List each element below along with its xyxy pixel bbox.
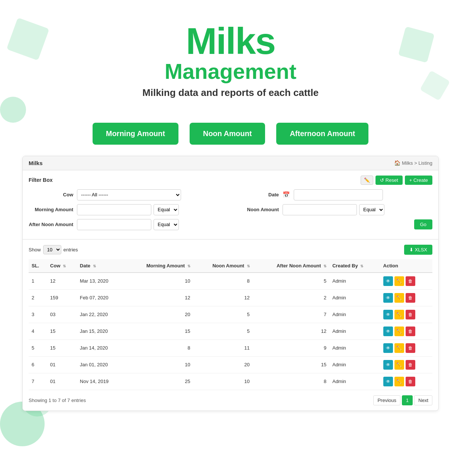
noon-sort-icon[interactable]: ⇅ bbox=[247, 264, 250, 268]
morning-equal-select[interactable]: Equal bbox=[154, 204, 179, 215]
col-noon: Noon Amount ⇅ bbox=[193, 259, 253, 273]
cell-noon: 8 bbox=[193, 273, 253, 290]
cell-morning: 20 bbox=[125, 306, 193, 323]
entries-select[interactable]: 10 bbox=[43, 245, 61, 254]
delete-button[interactable]: 🗑 bbox=[406, 360, 415, 370]
cell-created-by: Admin bbox=[329, 340, 380, 356]
table-row: 5 15 Jan 14, 2020 8 11 9 Admin 👁 ✏️ 🗑 bbox=[29, 340, 432, 356]
table-header-row: SL. Cow ⇅ Date ⇅ Morning Amount ⇅ Noon A… bbox=[29, 259, 432, 273]
edit-button[interactable]: ✏️ bbox=[394, 276, 404, 286]
table-row: 1 12 Mar 13, 2020 10 8 5 Admin 👁 ✏️ 🗑 bbox=[29, 273, 432, 290]
page-1-button[interactable]: 1 bbox=[402, 395, 413, 405]
morning-sort-icon[interactable]: ⇅ bbox=[187, 264, 190, 268]
cell-sl: 7 bbox=[29, 373, 47, 390]
action-buttons: 👁 ✏️ 🗑 bbox=[383, 343, 429, 353]
afternoon-amount-input[interactable] bbox=[77, 219, 151, 230]
cell-date: Mar 13, 2020 bbox=[77, 273, 125, 290]
date-input[interactable] bbox=[294, 189, 383, 200]
show-label: Show bbox=[29, 247, 41, 253]
view-button[interactable]: 👁 bbox=[383, 276, 393, 286]
edit-button[interactable]: ✏️ bbox=[394, 343, 404, 353]
cell-morning: 8 bbox=[125, 340, 193, 356]
noon-amount-button[interactable]: Noon Amount bbox=[190, 123, 265, 145]
action-buttons: 👁 ✏️ 🗑 bbox=[383, 327, 429, 336]
cell-action: 👁 ✏️ 🗑 bbox=[380, 273, 432, 290]
table-row: 6 01 Jan 01, 2020 10 20 15 Admin 👁 ✏️ 🗑 bbox=[29, 356, 432, 373]
cell-date: Jan 14, 2020 bbox=[77, 340, 125, 356]
table-row: 7 01 Nov 14, 2019 25 10 8 Admin 👁 ✏️ 🗑 bbox=[29, 373, 432, 390]
cell-cow: 12 bbox=[47, 273, 77, 290]
calendar-icon: 📅 bbox=[283, 191, 290, 198]
view-button[interactable]: 👁 bbox=[383, 377, 393, 386]
cell-afternoon: 15 bbox=[253, 356, 329, 373]
delete-button[interactable]: 🗑 bbox=[406, 293, 415, 303]
cell-cow: 03 bbox=[47, 306, 77, 323]
filter-row-morning-noon: Morning Amount Equal Noon Amount Equal bbox=[29, 204, 432, 215]
cell-date: Nov 14, 2019 bbox=[77, 373, 125, 390]
filter-date-group: Date 📅 bbox=[234, 189, 432, 200]
filter-row-cow-date: Cow ------ All ------ Date 📅 bbox=[29, 189, 432, 200]
afternoon-amount-button[interactable]: Afternoon Amount bbox=[276, 123, 368, 145]
cell-morning: 15 bbox=[125, 323, 193, 340]
cell-cow: 01 bbox=[47, 373, 77, 390]
cow-select[interactable]: ------ All ------ bbox=[77, 189, 181, 200]
delete-button[interactable]: 🗑 bbox=[406, 377, 415, 386]
pencil-button[interactable]: ✏️ bbox=[361, 176, 373, 185]
edit-button[interactable]: ✏️ bbox=[394, 377, 404, 386]
cell-noon: 5 bbox=[193, 306, 253, 323]
afternoon-equal-select[interactable]: Equal bbox=[154, 219, 179, 230]
cell-created-by: Admin bbox=[329, 373, 380, 390]
cell-created-by: Admin bbox=[329, 323, 380, 340]
morning-amount-button[interactable]: Morning Amount bbox=[93, 123, 178, 145]
action-buttons: 👁 ✏️ 🗑 bbox=[383, 293, 429, 303]
delete-button[interactable]: 🗑 bbox=[406, 310, 415, 319]
delete-button[interactable]: 🗑 bbox=[406, 276, 415, 286]
view-button[interactable]: 👁 bbox=[383, 327, 393, 336]
reset-button[interactable]: ↺ Reset bbox=[375, 176, 403, 185]
cell-noon: 20 bbox=[193, 356, 253, 373]
view-button[interactable]: 👁 bbox=[383, 293, 393, 303]
cell-cow: 159 bbox=[47, 289, 77, 306]
entries-label: entries bbox=[64, 247, 78, 253]
action-buttons: 👁 ✏️ 🗑 bbox=[383, 276, 429, 286]
cell-action: 👁 ✏️ 🗑 bbox=[380, 373, 432, 390]
delete-button[interactable]: 🗑 bbox=[406, 327, 415, 336]
date-sort-icon[interactable]: ⇅ bbox=[93, 264, 96, 268]
prev-page-button[interactable]: Previous bbox=[373, 395, 400, 405]
main-card: Milks 🏠 Milks > Listing Filter Box ✏️ ↺ … bbox=[22, 156, 439, 411]
next-page-button[interactable]: Next bbox=[414, 395, 432, 405]
view-button[interactable]: 👁 bbox=[383, 360, 393, 370]
edit-button[interactable]: ✏️ bbox=[394, 293, 404, 303]
col-afternoon: After Noon Amount ⇅ bbox=[253, 259, 329, 273]
cell-afternoon: 7 bbox=[253, 306, 329, 323]
cow-sort-icon[interactable]: ⇅ bbox=[63, 264, 66, 268]
view-button[interactable]: 👁 bbox=[383, 343, 393, 353]
metric-buttons-container: Morning Amount Noon Amount Afternoon Amo… bbox=[0, 123, 461, 145]
created-sort-icon[interactable]: ⇅ bbox=[360, 264, 363, 268]
morning-amount-label: Morning Amount bbox=[29, 207, 73, 212]
card-header: Milks 🏠 Milks > Listing bbox=[23, 156, 438, 170]
noon-amount-input[interactable] bbox=[283, 204, 357, 215]
edit-button[interactable]: ✏️ bbox=[394, 360, 404, 370]
create-button[interactable]: + Create bbox=[405, 176, 432, 185]
afternoon-sort-icon[interactable]: ⇅ bbox=[323, 264, 326, 268]
cell-cow: 15 bbox=[47, 340, 77, 356]
action-buttons: 👁 ✏️ 🗑 bbox=[383, 310, 429, 319]
go-button[interactable]: Go bbox=[414, 219, 432, 229]
edit-button[interactable]: ✏️ bbox=[394, 327, 404, 336]
col-cow: Cow ⇅ bbox=[47, 259, 77, 273]
morning-amount-input[interactable] bbox=[77, 204, 151, 215]
view-button[interactable]: 👁 bbox=[383, 310, 393, 319]
filter-cow-group: Cow ------ All ------ bbox=[29, 189, 227, 200]
xlsx-button[interactable]: ⬇ XLSX bbox=[404, 245, 432, 255]
cell-sl: 1 bbox=[29, 273, 47, 290]
delete-button[interactable]: 🗑 bbox=[406, 343, 415, 353]
cell-afternoon: 9 bbox=[253, 340, 329, 356]
cell-morning: 10 bbox=[125, 273, 193, 290]
cell-action: 👁 ✏️ 🗑 bbox=[380, 323, 432, 340]
noon-equal-select[interactable]: Equal bbox=[359, 204, 384, 215]
table-row: 2 159 Feb 07, 2020 12 12 2 Admin 👁 ✏️ 🗑 bbox=[29, 289, 432, 306]
filter-morning-group: Morning Amount Equal bbox=[29, 204, 227, 215]
edit-button[interactable]: ✏️ bbox=[394, 310, 404, 319]
breadcrumb-text: Milks > Listing bbox=[402, 160, 432, 166]
